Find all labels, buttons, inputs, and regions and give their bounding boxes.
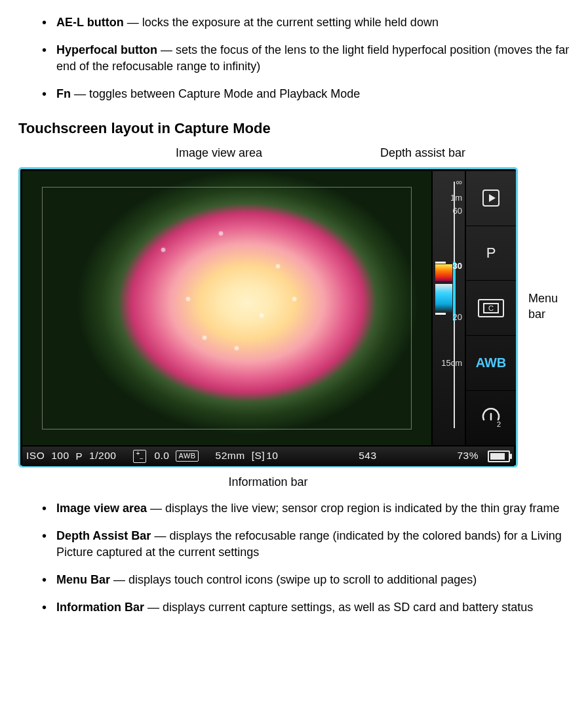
info-battery-pct: 73% xyxy=(457,449,479,463)
battery-icon xyxy=(488,450,510,462)
play-icon xyxy=(482,189,500,207)
list-term: Menu Bar xyxy=(56,573,110,586)
info-shutter: 1/200 xyxy=(89,449,116,463)
depth-tick-20: 20 xyxy=(435,311,462,323)
depth-scale: ∞ 1m 60 30 20 15cm xyxy=(435,176,462,440)
figure-top-labels: Image view area Depth assist bar xyxy=(18,145,570,167)
list-item: Information Bar — displays current captu… xyxy=(42,599,570,615)
info-focal-length: 52mm xyxy=(216,449,245,463)
label-image-view: Image view area xyxy=(176,145,262,161)
camera-screen-frame: ∞ 1m 60 30 20 15cm P xyxy=(18,167,518,468)
info-shots-remaining: 543 xyxy=(359,449,376,463)
list-desc: — displays current capture settings, as … xyxy=(144,601,533,614)
list-term: Information Bar xyxy=(56,601,144,614)
info-crop-mode: [S] xyxy=(252,449,265,463)
depth-tick-60: 60 xyxy=(435,205,462,217)
list-desc: — displays touch control icons (swipe up… xyxy=(110,573,477,586)
depth-tick-infinity: ∞ xyxy=(435,176,462,188)
menu-mode-button[interactable]: P xyxy=(466,226,516,281)
menu-bar[interactable]: P C AWB 2 xyxy=(466,171,516,445)
information-bar[interactable]: ISO 100 P 1/200 0.0 AWB 52mm [S]10 543 7… xyxy=(22,447,514,466)
depth-band-far xyxy=(435,284,452,313)
list-desc: — toggles between Capture Mode and Playb… xyxy=(71,87,360,100)
label-menu-bar: Menu bar xyxy=(528,290,558,323)
depth-assist-bar[interactable]: ∞ 1m 60 30 20 15cm xyxy=(433,171,465,445)
label-depth-assist: Depth assist bar xyxy=(380,145,465,161)
touchscreen-figure: ∞ 1m 60 30 20 15cm P xyxy=(18,167,518,468)
info-awb: AWB xyxy=(176,450,198,462)
depth-tick-15cm: 15cm xyxy=(435,357,462,369)
list-item: Menu Bar — displays touch control icons … xyxy=(42,572,570,588)
list-item: Fn — toggles between Capture Mode and Pl… xyxy=(42,86,570,102)
section-heading: Touchscreen layout in Capture Mode xyxy=(18,119,570,138)
info-iso-value: 100 xyxy=(51,449,69,463)
svg-text:C: C xyxy=(488,304,494,312)
list-item: Depth Assist Bar — displays the refocusa… xyxy=(42,528,570,560)
depth-tick-30: 30 xyxy=(435,260,462,272)
list-term: Hyperfocal button xyxy=(56,43,157,56)
rose-illustration xyxy=(22,171,431,445)
self-timer-icon: 2 xyxy=(480,407,502,429)
list-desc: — displays the live view; sensor crop re… xyxy=(147,502,559,515)
exposure-comp-icon xyxy=(133,450,146,463)
list-term: Image view area xyxy=(56,502,147,515)
menu-wb-button[interactable]: AWB xyxy=(466,335,516,390)
svg-marker-1 xyxy=(489,194,496,202)
svg-text:2: 2 xyxy=(497,420,501,428)
info-count: 10 xyxy=(266,449,278,463)
mode-label: P xyxy=(486,243,496,263)
menu-playback-button[interactable] xyxy=(466,171,516,226)
list-desc: — locks the exposure at the current sett… xyxy=(124,16,439,29)
list-term: Fn xyxy=(56,87,71,100)
list-term: Depth Assist Bar xyxy=(56,529,151,542)
info-ev: 0.0 xyxy=(154,449,169,463)
top-bullet-list: AE-L button — locks the exposure at the … xyxy=(18,14,570,102)
menu-timer-button[interactable]: 2 xyxy=(466,390,516,445)
list-item: Image view area — displays the live view… xyxy=(42,500,570,516)
list-item: Hyperfocal button — sets the focus of th… xyxy=(42,42,570,74)
label-information-bar: Information bar xyxy=(18,468,518,492)
depth-tick-1m: 1m xyxy=(435,192,462,204)
awb-label: AWB xyxy=(476,354,507,372)
menu-crop-button[interactable]: C xyxy=(466,280,516,335)
crop-icon: C xyxy=(477,298,505,319)
bottom-bullet-list: Image view area — displays the live view… xyxy=(18,500,570,615)
info-mode: P xyxy=(76,450,83,463)
list-item: AE-L button — locks the exposure at the … xyxy=(42,14,570,30)
image-view-area[interactable] xyxy=(22,171,431,445)
list-term: AE-L button xyxy=(56,16,124,29)
info-iso-label: ISO xyxy=(26,449,45,463)
